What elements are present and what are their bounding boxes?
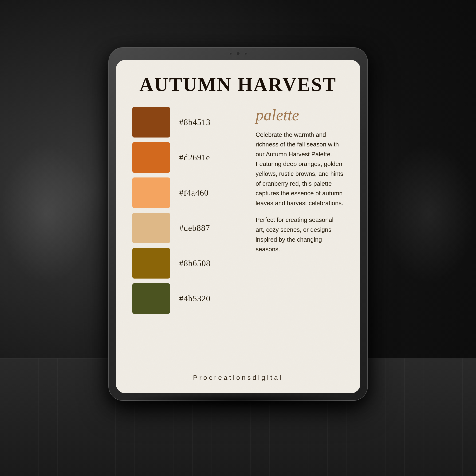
swatch-2 [132, 142, 170, 173]
tablet-screen: AUTUMN HARVEST #8b4513 #d2691e [116, 60, 360, 393]
hex-label-2: #d2691e [179, 153, 210, 162]
swatch-6 [132, 283, 170, 314]
color-row-3: #f4a460 [132, 177, 249, 208]
camera-dot-small [229, 52, 232, 55]
color-row-4: #deb887 [132, 213, 249, 243]
camera-dot-main [237, 52, 240, 55]
bg-glow-right [382, 143, 476, 284]
palette-body: #8b4513 #d2691e #f4a460 #deb887 [132, 107, 344, 369]
brand-footer: Procreationsdigital [132, 369, 344, 381]
tablet-shadow [122, 393, 355, 407]
hex-label-4: #deb887 [179, 223, 210, 233]
hex-label-3: #f4a460 [179, 188, 209, 198]
color-row-6: #4b5320 [132, 283, 249, 314]
tablet-camera-area [229, 52, 247, 55]
tablet-frame: AUTUMN HARVEST #8b4513 #d2691e [109, 48, 367, 400]
page-title: AUTUMN HARVEST [132, 74, 344, 95]
sensor-dot [244, 52, 247, 55]
swatch-4 [132, 213, 170, 243]
info-section: palette Celebrate the warmth and richnes… [249, 107, 344, 369]
screen-content: AUTUMN HARVEST #8b4513 #d2691e [116, 60, 360, 393]
swatch-5 [132, 248, 170, 279]
hex-label-6: #4b5320 [179, 294, 211, 304]
description-paragraph-1: Celebrate the warmth and richness of the… [256, 130, 344, 208]
description-paragraph-2: Perfect for creating seasonal art, cozy … [256, 215, 344, 254]
color-row-5: #8b6508 [132, 248, 249, 279]
color-row-2: #d2691e [132, 142, 249, 173]
hex-label-1: #8b4513 [179, 117, 211, 127]
swatch-3 [132, 177, 170, 208]
colors-section: #8b4513 #d2691e #f4a460 #deb887 [132, 107, 249, 369]
palette-script-label: palette [256, 107, 344, 123]
hex-label-5: #8b6508 [179, 258, 211, 268]
swatch-1 [132, 107, 170, 137]
bg-glow-left [0, 143, 94, 284]
color-row-1: #8b4513 [132, 107, 249, 137]
tablet-wrapper: AUTUMN HARVEST #8b4513 #d2691e [109, 48, 367, 400]
